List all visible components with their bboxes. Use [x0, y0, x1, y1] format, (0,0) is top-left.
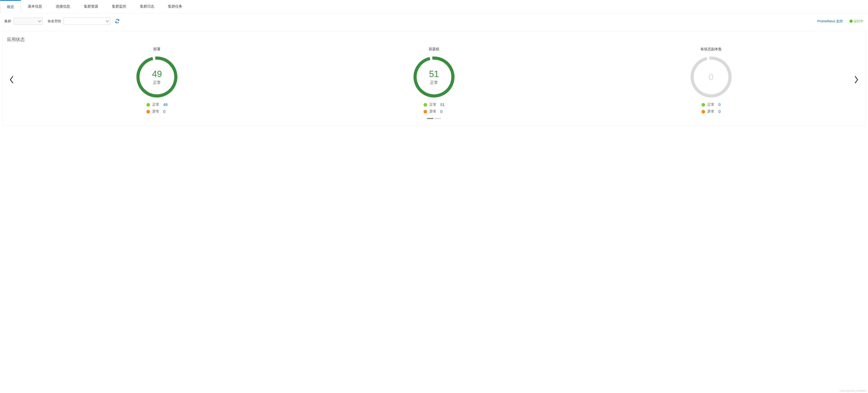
status-panel-0: 部署49正常正常49异常0	[135, 47, 179, 114]
legend-dot-icon	[147, 103, 150, 107]
tab-3[interactable]: 集群资源	[77, 0, 105, 13]
tab-5[interactable]: 集群日志	[133, 0, 161, 13]
legend-label: 正常	[707, 102, 716, 107]
status-badge: 运行中	[849, 19, 864, 23]
status-label: 运行中	[854, 19, 864, 23]
legend-value: 0	[440, 110, 442, 114]
tab-2[interactable]: 连接信息	[49, 0, 77, 13]
page-indicator-0[interactable]	[427, 118, 433, 119]
status-panel-1: 容器组51正常正常51异常0	[412, 47, 456, 114]
legend-value: 51	[440, 102, 445, 107]
legend-dot-icon	[424, 103, 427, 107]
status-panel-2: 有状态副本集0正常0异常0	[689, 47, 733, 114]
legend-value: 49	[163, 102, 167, 107]
carousel: 部署49正常正常49异常0容器组51正常正常51异常0有状态副本集0正常0异常0	[7, 47, 861, 114]
legend-value: 0	[718, 102, 720, 107]
legend-label: 异常	[707, 109, 716, 114]
legend: 正常51异常0	[424, 102, 445, 114]
legend-row-0[interactable]: 正常51	[424, 102, 445, 107]
ring-value: 0	[709, 72, 714, 82]
status-dot-icon	[849, 20, 852, 23]
ring-label: 正常	[430, 80, 438, 85]
carousel-next-button[interactable]	[852, 75, 861, 85]
tab-6[interactable]: 集群任务	[161, 0, 189, 13]
tab-4[interactable]: 集群监控	[105, 0, 133, 13]
ring-label: 正常	[153, 80, 161, 85]
app-status-card: 应用状态 部署49正常正常49异常0容器组51正常正常51异常0有状态副本集0正…	[2, 31, 866, 126]
section-title: 应用状态	[7, 36, 861, 42]
cluster-label: 集群	[4, 19, 11, 23]
ring-chart: 51正常	[412, 55, 456, 99]
panels: 部署49正常正常49异常0容器组51正常正常51异常0有状态副本集0正常0异常0	[19, 47, 849, 114]
legend-value: 0	[718, 110, 720, 114]
chevron-down-icon	[106, 19, 109, 22]
legend-label: 异常	[152, 109, 161, 114]
legend-value: 0	[163, 110, 165, 114]
legend-row-1[interactable]: 异常0	[424, 109, 442, 114]
carousel-pagination	[7, 118, 861, 119]
ring-value: 49	[152, 69, 162, 79]
legend-label: 正常	[152, 102, 161, 107]
legend: 正常0异常0	[702, 102, 720, 114]
prometheus-link[interactable]: Prometheus 监控	[817, 19, 843, 23]
legend-row-0[interactable]: 正常49	[147, 102, 167, 107]
cluster-select[interactable]	[14, 18, 43, 25]
tab-1[interactable]: 基本信息	[21, 0, 49, 13]
legend-dot-icon	[147, 110, 150, 114]
legend-dot-icon	[702, 103, 705, 107]
tab-0[interactable]: 概览	[0, 0, 21, 13]
carousel-prev-button[interactable]	[7, 75, 16, 85]
legend-row-0[interactable]: 正常0	[702, 102, 720, 107]
namespace-select[interactable]	[64, 18, 111, 25]
ring-chart: 49正常	[135, 55, 179, 99]
legend-dot-icon	[424, 110, 427, 114]
legend-row-1[interactable]: 异常0	[702, 109, 720, 114]
panel-title: 有状态副本集	[701, 47, 722, 52]
chevron-down-icon	[38, 19, 41, 22]
tabs: 概览基本信息连接信息集群资源集群监控集群日志集群任务	[0, 0, 868, 13]
legend-dot-icon	[702, 110, 705, 114]
legend-label: 正常	[429, 102, 438, 107]
refresh-icon[interactable]	[115, 19, 120, 24]
namespace-label: 命名空间	[48, 19, 61, 23]
toolbar: 集群 命名空间 Prometheus 监控 运行中	[0, 13, 868, 29]
ring-value: 51	[429, 69, 439, 79]
panel-title: 容器组	[429, 47, 439, 52]
legend-row-1[interactable]: 异常0	[147, 109, 165, 114]
page-indicator-1[interactable]	[435, 118, 441, 119]
legend-label: 异常	[429, 109, 438, 114]
ring-chart: 0	[689, 55, 733, 99]
legend: 正常49异常0	[147, 102, 167, 114]
panel-title: 部署	[153, 47, 160, 52]
